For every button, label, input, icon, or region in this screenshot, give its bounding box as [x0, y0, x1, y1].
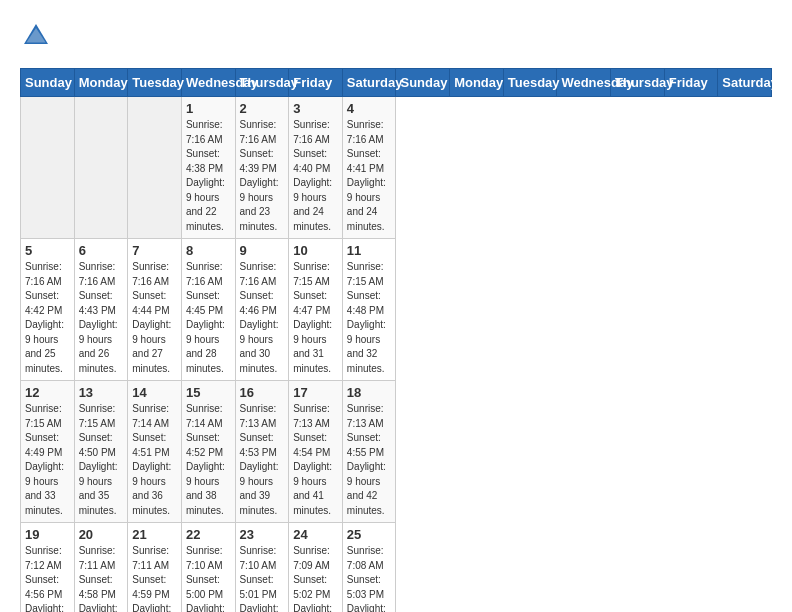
day-info: Sunrise: 7:16 AM Sunset: 4:38 PM Dayligh… [186, 118, 231, 234]
header-day-monday: Monday [450, 69, 504, 97]
day-info: Sunrise: 7:15 AM Sunset: 4:49 PM Dayligh… [25, 402, 70, 518]
day-number: 3 [293, 101, 338, 116]
day-number: 22 [186, 527, 231, 542]
day-number: 18 [347, 385, 392, 400]
calendar-cell: 15Sunrise: 7:14 AM Sunset: 4:52 PM Dayli… [181, 381, 235, 523]
day-info: Sunrise: 7:16 AM Sunset: 4:44 PM Dayligh… [132, 260, 177, 376]
logo-icon [20, 20, 52, 52]
day-info: Sunrise: 7:12 AM Sunset: 4:56 PM Dayligh… [25, 544, 70, 612]
header-day-wednesday: Wednesday [557, 69, 611, 97]
day-number: 9 [240, 243, 285, 258]
calendar-cell: 5Sunrise: 7:16 AM Sunset: 4:42 PM Daylig… [21, 239, 75, 381]
header-day-saturday: Saturday [718, 69, 772, 97]
calendar-cell: 16Sunrise: 7:13 AM Sunset: 4:53 PM Dayli… [235, 381, 289, 523]
day-info: Sunrise: 7:16 AM Sunset: 4:43 PM Dayligh… [79, 260, 124, 376]
day-info: Sunrise: 7:13 AM Sunset: 4:54 PM Dayligh… [293, 402, 338, 518]
day-number: 5 [25, 243, 70, 258]
day-number: 7 [132, 243, 177, 258]
day-number: 8 [186, 243, 231, 258]
calendar-cell: 2Sunrise: 7:16 AM Sunset: 4:39 PM Daylig… [235, 97, 289, 239]
day-number: 10 [293, 243, 338, 258]
day-info: Sunrise: 7:15 AM Sunset: 4:48 PM Dayligh… [347, 260, 392, 376]
calendar-cell: 19Sunrise: 7:12 AM Sunset: 4:56 PM Dayli… [21, 523, 75, 613]
calendar-cell: 24Sunrise: 7:09 AM Sunset: 5:02 PM Dayli… [289, 523, 343, 613]
header-day-sunday: Sunday [21, 69, 75, 97]
day-number: 19 [25, 527, 70, 542]
day-info: Sunrise: 7:13 AM Sunset: 4:55 PM Dayligh… [347, 402, 392, 518]
day-info: Sunrise: 7:16 AM Sunset: 4:46 PM Dayligh… [240, 260, 285, 376]
header-day-thursday: Thursday [235, 69, 289, 97]
header-day-saturday: Saturday [342, 69, 396, 97]
day-number: 21 [132, 527, 177, 542]
day-number: 25 [347, 527, 392, 542]
calendar-cell: 13Sunrise: 7:15 AM Sunset: 4:50 PM Dayli… [74, 381, 128, 523]
week-row-3: 19Sunrise: 7:12 AM Sunset: 4:56 PM Dayli… [21, 523, 772, 613]
day-info: Sunrise: 7:08 AM Sunset: 5:03 PM Dayligh… [347, 544, 392, 612]
day-info: Sunrise: 7:14 AM Sunset: 4:52 PM Dayligh… [186, 402, 231, 518]
header-row: SundayMondayTuesdayWednesdayThursdayFrid… [21, 69, 772, 97]
page-header [20, 20, 772, 52]
day-number: 20 [79, 527, 124, 542]
header-day-sunday: Sunday [396, 69, 450, 97]
calendar-cell: 11Sunrise: 7:15 AM Sunset: 4:48 PM Dayli… [342, 239, 396, 381]
day-info: Sunrise: 7:13 AM Sunset: 4:53 PM Dayligh… [240, 402, 285, 518]
calendar-cell: 6Sunrise: 7:16 AM Sunset: 4:43 PM Daylig… [74, 239, 128, 381]
calendar-cell: 4Sunrise: 7:16 AM Sunset: 4:41 PM Daylig… [342, 97, 396, 239]
day-number: 13 [79, 385, 124, 400]
day-info: Sunrise: 7:15 AM Sunset: 4:50 PM Dayligh… [79, 402, 124, 518]
calendar-cell: 12Sunrise: 7:15 AM Sunset: 4:49 PM Dayli… [21, 381, 75, 523]
day-info: Sunrise: 7:16 AM Sunset: 4:39 PM Dayligh… [240, 118, 285, 234]
day-number: 4 [347, 101, 392, 116]
calendar-cell [74, 97, 128, 239]
day-number: 6 [79, 243, 124, 258]
day-info: Sunrise: 7:10 AM Sunset: 5:01 PM Dayligh… [240, 544, 285, 612]
day-info: Sunrise: 7:11 AM Sunset: 4:59 PM Dayligh… [132, 544, 177, 612]
header-day-monday: Monday [74, 69, 128, 97]
day-info: Sunrise: 7:14 AM Sunset: 4:51 PM Dayligh… [132, 402, 177, 518]
logo [20, 20, 56, 52]
calendar-cell: 10Sunrise: 7:15 AM Sunset: 4:47 PM Dayli… [289, 239, 343, 381]
day-info: Sunrise: 7:16 AM Sunset: 4:42 PM Dayligh… [25, 260, 70, 376]
calendar-cell: 1Sunrise: 7:16 AM Sunset: 4:38 PM Daylig… [181, 97, 235, 239]
calendar-cell: 8Sunrise: 7:16 AM Sunset: 4:45 PM Daylig… [181, 239, 235, 381]
week-row-2: 12Sunrise: 7:15 AM Sunset: 4:49 PM Dayli… [21, 381, 772, 523]
calendar-cell: 7Sunrise: 7:16 AM Sunset: 4:44 PM Daylig… [128, 239, 182, 381]
week-row-1: 5Sunrise: 7:16 AM Sunset: 4:42 PM Daylig… [21, 239, 772, 381]
day-info: Sunrise: 7:16 AM Sunset: 4:41 PM Dayligh… [347, 118, 392, 234]
day-info: Sunrise: 7:09 AM Sunset: 5:02 PM Dayligh… [293, 544, 338, 612]
day-info: Sunrise: 7:10 AM Sunset: 5:00 PM Dayligh… [186, 544, 231, 612]
header-day-friday: Friday [289, 69, 343, 97]
day-number: 23 [240, 527, 285, 542]
day-info: Sunrise: 7:16 AM Sunset: 4:40 PM Dayligh… [293, 118, 338, 234]
header-day-tuesday: Tuesday [503, 69, 557, 97]
calendar-cell: 20Sunrise: 7:11 AM Sunset: 4:58 PM Dayli… [74, 523, 128, 613]
header-day-wednesday: Wednesday [181, 69, 235, 97]
calendar-cell: 23Sunrise: 7:10 AM Sunset: 5:01 PM Dayli… [235, 523, 289, 613]
day-number: 1 [186, 101, 231, 116]
day-number: 11 [347, 243, 392, 258]
calendar-cell: 17Sunrise: 7:13 AM Sunset: 4:54 PM Dayli… [289, 381, 343, 523]
calendar-table: SundayMondayTuesdayWednesdayThursdayFrid… [20, 68, 772, 612]
calendar-cell: 3Sunrise: 7:16 AM Sunset: 4:40 PM Daylig… [289, 97, 343, 239]
calendar-cell [128, 97, 182, 239]
day-info: Sunrise: 7:16 AM Sunset: 4:45 PM Dayligh… [186, 260, 231, 376]
calendar-cell: 14Sunrise: 7:14 AM Sunset: 4:51 PM Dayli… [128, 381, 182, 523]
day-number: 2 [240, 101, 285, 116]
day-number: 12 [25, 385, 70, 400]
header-day-tuesday: Tuesday [128, 69, 182, 97]
header-day-thursday: Thursday [611, 69, 665, 97]
header-day-friday: Friday [664, 69, 718, 97]
day-number: 14 [132, 385, 177, 400]
day-info: Sunrise: 7:11 AM Sunset: 4:58 PM Dayligh… [79, 544, 124, 612]
day-info: Sunrise: 7:15 AM Sunset: 4:47 PM Dayligh… [293, 260, 338, 376]
calendar-cell: 9Sunrise: 7:16 AM Sunset: 4:46 PM Daylig… [235, 239, 289, 381]
day-number: 17 [293, 385, 338, 400]
calendar-cell: 21Sunrise: 7:11 AM Sunset: 4:59 PM Dayli… [128, 523, 182, 613]
day-number: 15 [186, 385, 231, 400]
day-number: 16 [240, 385, 285, 400]
calendar-cell: 18Sunrise: 7:13 AM Sunset: 4:55 PM Dayli… [342, 381, 396, 523]
calendar-cell [21, 97, 75, 239]
day-number: 24 [293, 527, 338, 542]
calendar-cell: 25Sunrise: 7:08 AM Sunset: 5:03 PM Dayli… [342, 523, 396, 613]
week-row-0: 1Sunrise: 7:16 AM Sunset: 4:38 PM Daylig… [21, 97, 772, 239]
